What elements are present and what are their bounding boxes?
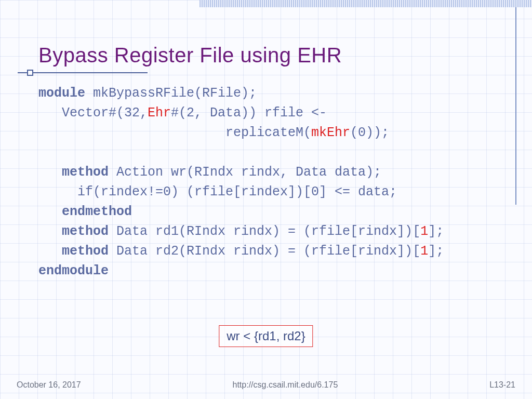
vertical-rule-decoration (515, 7, 516, 205)
keyword-method: method (38, 165, 109, 180)
title-underline-decoration (18, 69, 148, 76)
code-highlight: 1 (420, 224, 428, 239)
code-text: (0)); (350, 125, 389, 140)
code-text: #(2, Data)) rfile <- (171, 105, 327, 121)
code-highlight: 1 (420, 244, 428, 259)
slide-content: Bypass Register File using EHR module mk… (38, 44, 506, 281)
keyword-module: module (38, 86, 85, 101)
callout-box: wr < {rd1, rd2} (219, 325, 313, 347)
code-text: mkBypassRFile(RFile); (85, 86, 257, 101)
keyword-endmodule: endmodule (38, 263, 109, 278)
code-text: ]; (428, 244, 444, 259)
keyword-method: method (38, 244, 109, 259)
footer-date: October 16, 2017 (17, 380, 81, 390)
code-highlight: Ehr (148, 105, 171, 121)
keyword-method: method (38, 224, 109, 239)
code-block: module mkBypassRFile(RFile); Vector#(32,… (38, 84, 506, 281)
code-text: Action wr(RIndx rindx, Data data); (109, 165, 381, 180)
footer-page: L13-21 (489, 380, 515, 390)
code-text: replicateM( (38, 125, 311, 140)
code-text: Data rd1(RIndx rindx) = (rfile[rindx])[ (109, 224, 420, 239)
top-band-decoration (200, 0, 532, 7)
footer-url: http://csg.csail.mit.edu/6.175 (233, 380, 338, 390)
keyword-endmethod: endmethod (38, 204, 132, 219)
code-text: Data rd2(RIndx rindx) = (rfile[rindx])[ (109, 244, 420, 259)
slide-title: Bypass Register File using EHR (38, 44, 506, 67)
code-text: Vector#(32, (38, 105, 148, 121)
code-text: ]; (428, 224, 444, 239)
code-highlight: mkEhr (311, 125, 350, 140)
code-text: if(rindex!=0) (rfile[rindex])[0] <= data… (38, 184, 397, 200)
slide-footer: October 16, 2017 http://csg.csail.mit.ed… (0, 380, 532, 390)
